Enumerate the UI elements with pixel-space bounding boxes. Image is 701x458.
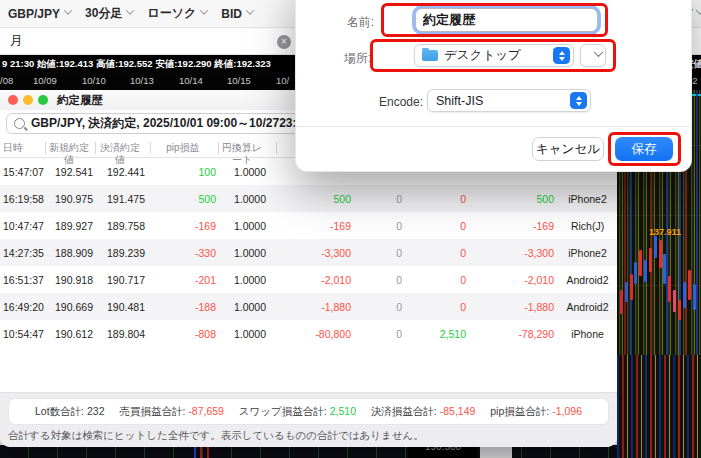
table-cell: -80,800 [277,328,355,340]
candlestick [663,254,666,284]
candlestick [654,236,657,258]
candlestick [620,290,623,314]
table-cell: 190.975 [46,193,96,205]
summary-bar: Lot数合計:232売買損益合計:-87,659スワップ損益合計:2,510決済… [8,398,609,425]
expand-dialog-button[interactable] [580,44,606,67]
candlestick [693,284,696,310]
table-cell: iPhone2 [558,247,617,259]
column-header: 日時 [0,142,46,154]
summary-note: 合計する対象は検索にヒットした全件です。表示しているものの合計ではありません。 [8,429,424,443]
table-row[interactable]: 10:47:47189.927189.758-1691.0000-16900-1… [0,212,617,239]
table-row[interactable]: 16:19:58190.975191.4755001.000050000500i… [0,185,617,212]
candlestick [644,260,647,282]
clear-filter-icon[interactable]: × [277,35,291,49]
table-cell: 0 [355,193,410,205]
filename-input[interactable] [415,8,598,32]
table-cell: 0 [410,220,470,232]
table-cell: -1,880 [470,301,558,313]
minimize-window-icon[interactable] [23,95,33,105]
popup-stepper-icon [570,92,587,109]
encode-popup[interactable]: Shift-JIS [427,89,591,112]
chart-volume-area [617,355,701,458]
chevron-down-icon [696,6,701,14]
table-cell: 100 [151,166,219,178]
table-cell: 16:49:20 [0,301,46,313]
table-cell: 14:27:35 [0,247,46,259]
table-row[interactable]: 16:51:37190.918190.717-2011.0000-2,01000… [0,266,617,293]
table-cell: 0 [355,328,410,340]
toolbar-dropdown[interactable]: BID [221,7,253,21]
table-cell: 192.441 [96,166,151,178]
table-cell: 190.918 [46,274,96,286]
toolbar-dropdown[interactable]: 30分足 [85,5,133,22]
table-cell: -3,300 [470,247,558,259]
table-cell: 500 [470,193,558,205]
cancel-button[interactable]: キャンセル [532,137,604,161]
table-cell: 1.0000 [219,328,277,340]
table-cell: 189.927 [46,220,96,232]
encode-value: Shift-JIS [436,94,570,108]
table-body: 15:47:07192.541192.4411001.000016:19:581… [0,158,617,347]
table-cell: 1.0000 [219,301,277,313]
summary-item: 決済損益合計:-85,149 [371,405,476,419]
candlestick [659,240,662,268]
chevron-down-icon [246,6,254,14]
table-cell: 188.909 [46,247,96,259]
table-cell: 2,510 [410,328,470,340]
window-footer: Lot数合計:232売買損益合計:-87,659スワップ損益合計:2,510決済… [0,392,617,447]
save-button[interactable]: 保存 [615,137,673,161]
date-tick: 10/14 [179,75,203,86]
candlestick [639,250,642,276]
table-row[interactable]: 10:54:47190.612189.804-8081.0000-80,8000… [0,320,617,347]
table-cell: 10:47:47 [0,220,46,232]
zoom-window-icon[interactable] [38,95,48,105]
date-tick: 10/09 [33,75,57,86]
name-label: 名前: [326,14,374,31]
column-header: 新規約定値 [46,142,96,154]
toolbar-dropdown[interactable]: ローソク [147,5,207,22]
table-cell: 500 [151,193,219,205]
table-cell: 189.239 [96,247,151,259]
candlestick [668,276,671,302]
table-cell: 1.0000 [219,247,277,259]
table-cell: 190.717 [96,274,151,286]
table-cell: -1,880 [277,301,355,313]
table-cell: 189.804 [96,328,151,340]
table-cell: 1.0000 [219,166,277,178]
close-window-icon[interactable] [8,95,18,105]
table-cell: Android2 [558,301,617,313]
table-row[interactable]: 16:49:20190.669190.481-1881.0000-1,88000… [0,293,617,320]
date-tick: /08 [0,75,13,86]
table-cell: 190.481 [96,301,151,313]
table-cell: -201 [151,274,219,286]
table-cell: 15:47:07 [0,166,46,178]
table-cell: 191.475 [96,193,151,205]
table-row[interactable]: 14:27:35188.909189.239-3301.0000-3,30000… [0,239,617,266]
table-cell: -2,010 [277,274,355,286]
column-header: pip損益 [151,142,219,154]
chevron-down-icon [200,6,208,14]
candlestick [634,262,637,284]
table-cell: 0 [355,274,410,286]
chevron-down-icon [594,47,604,57]
folder-icon [422,50,438,61]
toolbar-dropdown[interactable]: GBP/JPY [8,7,71,21]
search-value: GBP/JPY, 決済約定, 2025/10/01 09:00～10/2723:… [31,115,310,132]
summary-item: スワップ損益合計:2,510 [239,405,356,419]
table-cell: 0 [410,274,470,286]
save-dialog: 名前: 場所: デスクトップ Encode: Shift-JIS キャンセル 保… [295,0,692,172]
table-cell: iPhone [558,328,617,340]
column-header: 円換算レート [219,142,277,154]
table-cell: -169 [151,220,219,232]
table-cell: 189.758 [96,220,151,232]
candlestick [678,300,681,320]
location-popup[interactable]: デスクトップ [414,44,574,67]
table-cell: 0 [410,301,470,313]
candlestick [649,248,652,272]
app-screen: GBP/JPY30分足ローソクBID 7 月 × 9 21:30 始値:192.… [0,0,701,458]
candlestick [673,290,676,312]
table-cell: 10:54:47 [0,328,46,340]
date-tick: 10/10 [82,75,106,86]
table-cell: -3,300 [277,247,355,259]
candlestick [630,274,633,300]
